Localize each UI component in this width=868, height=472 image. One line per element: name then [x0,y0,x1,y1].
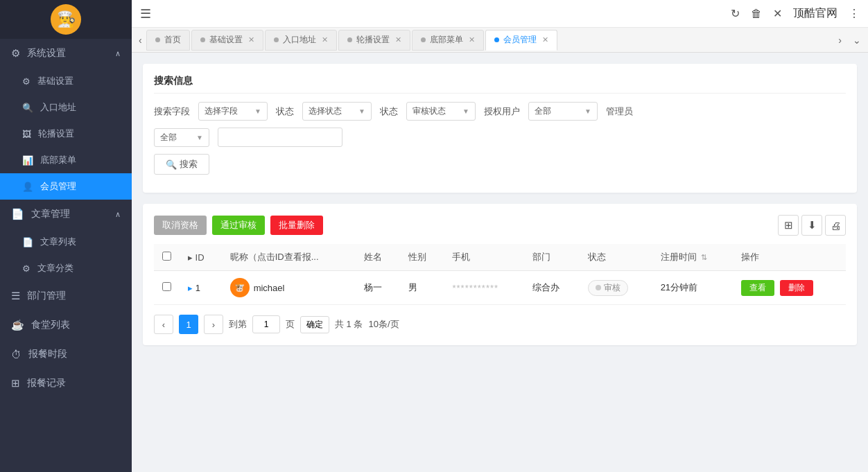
sidebar-item-meal-period[interactable]: ⏱ 报餐时段 [0,340,132,369]
tab-home[interactable]: 首页 [146,30,190,51]
article-icon: 📄 [11,208,24,220]
tab-member-management[interactable]: 会员管理 ✕ [485,30,557,51]
data-table: ▸ ID 昵称（点击ID查看报... 姓名 性别 手机 部门 状态 注册时间 ⇅ [154,244,846,305]
batch-delete-button[interactable]: 批量删除 [270,216,323,235]
tab-dot [155,37,160,42]
sort-icon[interactable]: ⇅ [701,253,707,261]
status-text: 审核 [604,282,620,294]
field-label: 搜索字段 [154,105,190,118]
col-id: ▸ ID [180,244,222,271]
select-all-checkbox[interactable] [162,252,171,261]
sidebar-group-label: 报餐时段 [28,348,67,360]
chevron-up-icon: ∧ [115,49,121,58]
tab-prev-arrow[interactable]: ‹ [134,35,146,46]
sidebar-item-article-list[interactable]: 📄 文章列表 [0,229,132,255]
tab-bottom-menu[interactable]: 底部菜单 ✕ [412,30,484,51]
scope-select[interactable]: 全部 ▼ [154,128,209,147]
tab-label: 基础设置 [209,34,243,46]
tab-basic-settings[interactable]: 基础设置 ✕ [191,30,263,51]
auth-user-select[interactable]: 全部 ▼ [528,102,598,121]
sidebar-item-member-management[interactable]: 👤 会员管理 [0,173,132,200]
status2-select[interactable]: 审核状态 ▼ [406,102,476,121]
sidebar-item-meal-record[interactable]: ⊞ 报餐记录 [0,369,132,398]
sidebar-item-basic-settings[interactable]: ⚙ 基础设置 [0,68,132,94]
col-nickname: 昵称（点击ID查看报... [222,244,356,271]
chevron-down-icon: ▼ [462,107,469,115]
search-row-2: 全部 ▼ [154,128,846,147]
tab-next-arrow[interactable]: › [834,35,846,46]
status-label: 状态 [276,105,294,118]
tab-label: 底部菜单 [430,34,463,46]
tab-dropdown-icon[interactable]: ⌄ [849,35,865,46]
search-icon: 🔍 [166,159,177,170]
search-button[interactable]: 🔍 搜索 [154,154,209,175]
tab-entry-address[interactable]: 入口地址 ✕ [265,30,337,51]
page-input[interactable] [252,315,280,333]
revoke-button[interactable]: 取消资格 [154,216,207,235]
page-size-text: 10条/页 [368,318,399,331]
grid-view-button[interactable]: ⊞ [778,215,799,236]
tab-dot [200,37,205,42]
col-status: 状态 [580,244,652,271]
toolbar-right: ⊞ ⬇ 🖨 [778,215,846,236]
dept-icon: ☰ [11,290,20,302]
user-icon: 👤 [22,182,33,192]
tab-close-icon[interactable]: ✕ [469,35,475,44]
approve-button[interactable]: 通过审核 [212,216,265,235]
row-delete-button[interactable]: 删除 [780,280,813,296]
search-input[interactable] [218,128,342,147]
sidebar-group-label: 部门管理 [27,290,66,302]
view-button[interactable]: 查看 [741,280,774,296]
menu-toggle-icon[interactable]: ☰ [140,6,151,21]
tab-close-icon[interactable]: ✕ [542,35,548,44]
sidebar-item-article-category[interactable]: ⚙ 文章分类 [0,255,132,281]
sidebar-item-entry-address[interactable]: 🔍 入口地址 [0,94,132,121]
print-button[interactable]: 🖨 [825,215,846,236]
close-icon[interactable]: ✕ [773,7,782,20]
refresh-icon[interactable]: ↻ [731,7,740,20]
sidebar-item-label: 文章列表 [40,236,76,248]
delete-icon[interactable]: 🗑 [751,8,762,20]
row-checkbox[interactable] [162,282,171,291]
sidebar: 👨‍🍳 ⚙ 系统设置 ∧ ⚙ 基础设置 🔍 入口地址 🖼 轮播设置 📊 底部菜单… [0,0,132,472]
tab-close-icon[interactable]: ✕ [395,35,401,44]
logo-avatar: 👨‍🍳 [51,4,81,35]
export-button[interactable]: ⬇ [801,215,822,236]
sidebar-item-canteen-list[interactable]: ☕ 食堂列表 [0,311,132,340]
page-next-button[interactable]: › [204,315,223,334]
sidebar-item-broadcast-settings[interactable]: 🖼 轮播设置 [0,121,132,147]
tab-broadcast-settings[interactable]: 轮播设置 ✕ [338,30,410,51]
image-icon: 🖼 [22,129,31,139]
table-header: ▸ ID 昵称（点击ID查看报... 姓名 性别 手机 部门 状态 注册时间 ⇅ [154,244,846,271]
field-select[interactable]: 选择字段 ▼ [198,102,268,121]
chevron-down-icon: ▼ [254,107,261,115]
tabs-container: 首页 基础设置 ✕ 入口地址 ✕ 轮播设置 ✕ 底部菜单 ✕ [146,30,835,51]
record-icon: ⊞ [11,377,20,390]
topbar-right: ↻ 🗑 ✕ 顶酷官网 ⋮ [731,6,860,21]
col-dept: 部门 [524,244,580,271]
tab-close-icon[interactable]: ✕ [322,35,328,44]
sidebar-item-bottom-menu[interactable]: 📊 底部菜单 [0,147,132,173]
expand-all-icon[interactable]: ▸ [188,252,193,263]
sidebar-group-label: 食堂列表 [31,319,70,331]
more-icon[interactable]: ⋮ [849,7,860,20]
sidebar-logo: 👨‍🍳 [0,0,132,39]
list-icon: 📄 [22,237,33,247]
row-checkbox-cell [154,271,180,305]
sidebar-item-article-management[interactable]: 📄 文章管理 ∧ [0,200,132,229]
sidebar-item-system-settings[interactable]: ⚙ 系统设置 ∧ [0,39,132,68]
sidebar-group-label: 系统设置 [27,47,66,60]
phone-value: *********** [452,283,498,293]
status-dot [596,285,601,290]
sidebar-item-dept-management[interactable]: ☰ 部门管理 [0,281,132,311]
row-expand-icon[interactable]: ▸ [188,283,193,293]
tab-dot [421,37,426,42]
table-row: ▸ 1 🐮 michael 杨一 男 *********** [154,271,846,305]
status-select[interactable]: 选择状态 ▼ [302,102,372,121]
page-prev-button[interactable]: ‹ [154,315,173,334]
row-register-time: 21分钟前 [652,271,734,305]
page-confirm-button[interactable]: 确定 [300,316,329,333]
avatar: 🐮 [230,278,250,297]
tab-close-icon[interactable]: ✕ [248,35,254,44]
tab-dot [274,37,279,42]
